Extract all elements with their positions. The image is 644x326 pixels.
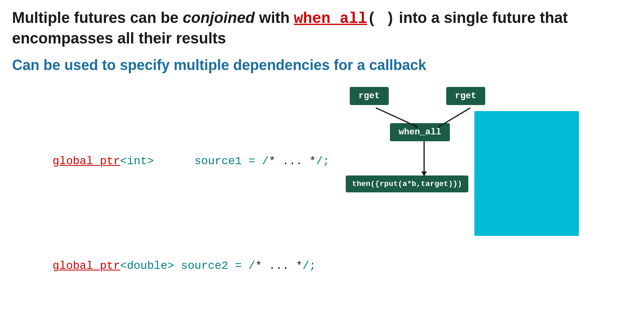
code-line-1: global_ptr<int> source1 = /* ... */; (12, 135, 330, 188)
heading1: Multiple futures can be conjoined with w… (12, 8, 632, 49)
code-global-ptr-2: global_ptr (53, 260, 120, 272)
cyan-background (474, 111, 579, 236)
code-line2-comment: * ... * (255, 260, 303, 272)
when-all-link: when_all (294, 10, 367, 27)
heading2-text: Can be used to specify multiple dependen… (12, 57, 426, 73)
node-when-all: when_all (390, 123, 450, 141)
code-line2-rest2: /; (303, 260, 316, 272)
node-then: then({rput(a*b,target)}) (346, 175, 469, 192)
code-line1-rest1: <int> source1 = / (120, 155, 269, 167)
code-line1-comment1: * ... * (269, 155, 316, 167)
diagram-area: rget rget when_all then({rput(a*b,target… (346, 87, 579, 240)
code-line-2: global_ptr<double> source2 = /* ... */; (12, 240, 330, 292)
code-line2-rest1: <double> source2 = / (120, 260, 255, 272)
heading1-paren: ( ) (367, 10, 394, 27)
node-rget1: rget (350, 87, 389, 105)
heading1-middle: with (255, 9, 294, 26)
code-block: global_ptr<int> source1 = /* ... */; glo… (12, 83, 330, 326)
heading1-prefix: Multiple futures can be (12, 9, 183, 26)
code-global-ptr-1: global_ptr (53, 155, 120, 167)
heading1-italic: conjoined (183, 9, 254, 26)
heading2: Can be used to specify multiple dependen… (12, 56, 632, 75)
node-rget2: rget (446, 87, 485, 105)
code-line1-rest2: /; (316, 155, 330, 167)
